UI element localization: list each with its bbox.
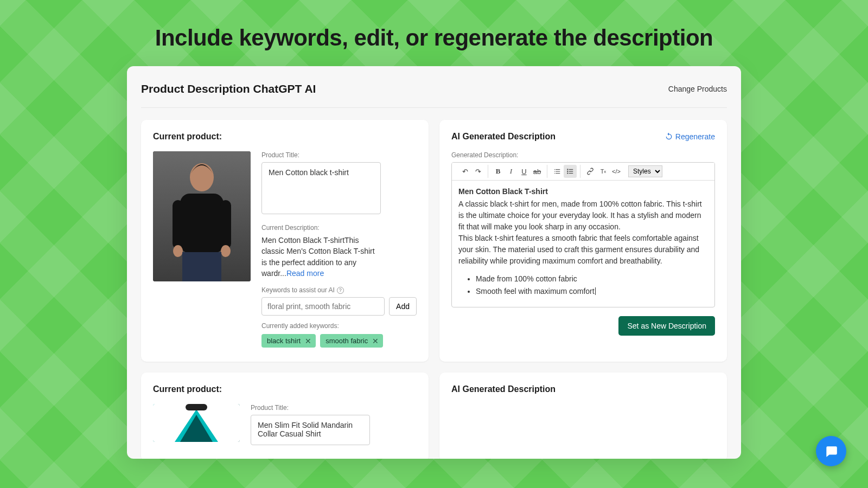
remove-keyword-icon[interactable]: ✕	[305, 337, 311, 345]
svg-rect-16	[186, 404, 207, 410]
keywords-label-text: Keywords to assist our AI	[261, 286, 335, 294]
promo-headline: Include keywords, edit, or regenerate th…	[0, 0, 868, 66]
keyword-chip-text: smooth fabric	[326, 337, 368, 345]
generated-description-label: Generated Description:	[451, 151, 715, 159]
current-product-title: Current product:	[153, 132, 222, 142]
svg-rect-3	[180, 194, 224, 253]
underline-button[interactable]: U	[518, 165, 531, 178]
generated-heading: Men Cotton Black T-shirt	[458, 186, 708, 197]
styles-select[interactable]: Styles	[628, 165, 662, 177]
generated-bullet: Smooth feel with maximum comfort	[476, 286, 708, 297]
keywords-input[interactable]	[261, 297, 385, 316]
current-description-label: Current Description:	[261, 224, 417, 232]
regenerate-button[interactable]: Regenerate	[665, 132, 715, 141]
keyword-chip-text: black tshirt	[267, 337, 301, 345]
svg-point-2	[190, 163, 214, 191]
svg-point-7	[221, 245, 231, 257]
generated-description-card: AI Generated Description	[439, 373, 727, 459]
change-products-link[interactable]: Change Products	[668, 85, 727, 93]
redo-button[interactable]: ↷	[471, 165, 484, 178]
product-image	[153, 404, 240, 442]
svg-rect-4	[173, 200, 183, 249]
generated-bullet: Made from 100% cotton fabric	[476, 273, 708, 285]
italic-button[interactable]: I	[505, 165, 518, 178]
generated-paragraph: A classic black t-shirt for men, made fr…	[458, 198, 708, 233]
page-title: Product Description ChatGPT AI	[141, 82, 316, 95]
set-description-button[interactable]: Set as New Description	[618, 316, 715, 336]
svg-rect-5	[220, 200, 231, 249]
svg-rect-14	[569, 173, 573, 174]
keywords-label: Keywords to assist our AI ?	[261, 286, 417, 294]
add-keyword-button[interactable]: Add	[389, 297, 417, 316]
link-button[interactable]	[584, 165, 597, 178]
generated-title: AI Generated Description	[451, 132, 556, 142]
currently-added-label: Currently added keywords:	[261, 322, 417, 330]
editor-content[interactable]: Men Cotton Black T-shirt A classic black…	[452, 181, 714, 307]
keyword-chip: smooth fabric ✕	[320, 334, 383, 348]
unordered-list-button[interactable]	[564, 165, 577, 178]
editor-toolbar: ↶ ↷ B I U ab	[452, 163, 714, 181]
read-more-link[interactable]: Read more	[286, 269, 324, 278]
current-description-text: Men Cotton Black T-shirtThis classic Men…	[261, 235, 381, 279]
product-image	[153, 151, 251, 281]
app-header: Product Description ChatGPT AI Change Pr…	[141, 82, 727, 108]
product-title-label: Product Title:	[261, 151, 417, 159]
product-title-label: Product Title:	[251, 404, 417, 412]
generated-paragraph: This black t-shirt features a smooth fab…	[458, 233, 708, 267]
chat-fab[interactable]	[816, 436, 846, 466]
regenerate-label: Regenerate	[675, 132, 715, 141]
help-icon[interactable]: ?	[337, 287, 344, 294]
refresh-icon	[665, 132, 673, 141]
ordered-list-button[interactable]	[551, 165, 564, 178]
svg-rect-8	[182, 252, 221, 281]
generated-bullet-text: Smooth feel with maximum comfort	[476, 287, 596, 296]
remove-keyword-icon[interactable]: ✕	[372, 337, 379, 345]
strikethrough-button[interactable]: ab	[531, 165, 544, 178]
current-product-title: Current product:	[153, 384, 222, 394]
keyword-chip: black tshirt ✕	[261, 334, 316, 348]
source-button[interactable]: </>	[610, 165, 623, 178]
clear-format-button[interactable]: Tx	[597, 165, 610, 178]
generated-description-card: AI Generated Description Regenerate Gene…	[439, 120, 727, 362]
current-product-card: Current product: Product Title:	[141, 373, 429, 459]
product-title-input[interactable]	[261, 162, 381, 214]
undo-button[interactable]: ↶	[458, 165, 471, 178]
rich-text-editor[interactable]: ↶ ↷ B I U ab	[451, 162, 715, 307]
current-product-card: Current product:	[141, 120, 429, 362]
svg-rect-13	[569, 171, 573, 171]
svg-point-11	[567, 172, 568, 174]
app-window: Product Description ChatGPT AI Change Pr…	[127, 66, 741, 459]
chat-icon	[824, 444, 838, 458]
svg-point-10	[567, 171, 568, 172]
svg-point-6	[173, 245, 183, 257]
svg-point-9	[567, 169, 568, 170]
generated-title: AI Generated Description	[451, 384, 556, 394]
svg-rect-12	[569, 169, 573, 170]
bold-button[interactable]: B	[492, 165, 505, 178]
product-title-input[interactable]	[251, 415, 370, 445]
